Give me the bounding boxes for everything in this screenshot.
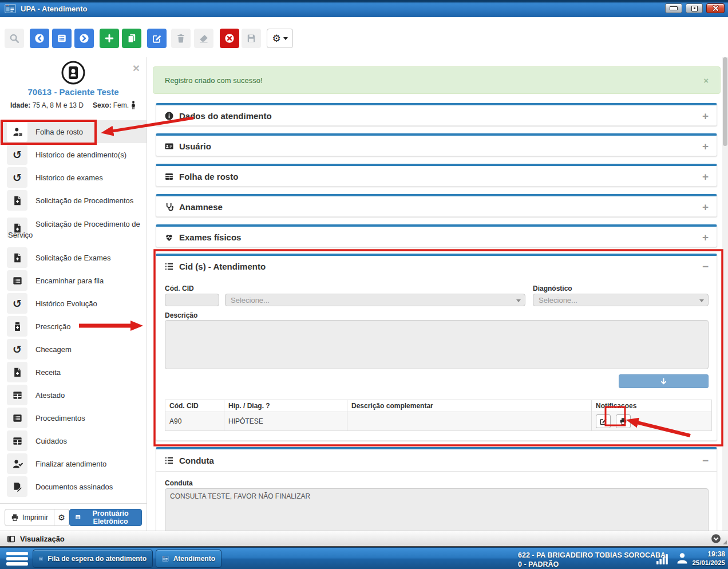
queue-list-button[interactable] xyxy=(52,29,72,48)
sidebar-item-folha-de-rosto[interactable]: Folha de rosto xyxy=(0,120,147,143)
expand-toggle[interactable]: + xyxy=(702,171,709,182)
search-button[interactable] xyxy=(5,29,24,48)
sidebar-item-encaminhar-fila[interactable]: Encaminhar para fila xyxy=(0,269,147,292)
add-cid-down-button[interactable] xyxy=(619,374,709,388)
expand-toggle[interactable]: + xyxy=(702,201,709,212)
scrollbar-thumb[interactable] xyxy=(723,57,727,146)
sidebar-item-historico-atendimentos[interactable]: Historico de atendimento(s) xyxy=(0,143,147,166)
history-icon xyxy=(7,339,27,359)
section-header[interactable]: Exames físicos + xyxy=(156,227,717,247)
unit-profile: 0 - PADRÃO xyxy=(518,560,666,569)
task-label: Fila de espera do atendimento xyxy=(48,555,147,563)
sidebar-item-solicitacao-exames[interactable]: Solicitação de Exames xyxy=(0,246,147,269)
person-badge-icon xyxy=(7,121,27,142)
printer-icon xyxy=(11,513,19,521)
nav-forward-button[interactable] xyxy=(74,29,94,48)
trash-icon xyxy=(176,33,186,44)
clear-button[interactable] xyxy=(194,29,213,48)
section-usuario: Usuário + xyxy=(156,133,717,156)
cell-cod-cid: A90 xyxy=(165,412,224,431)
arrow-left-circle-icon xyxy=(34,33,45,44)
edit-icon xyxy=(152,33,162,44)
sidebar-nav: Folha de rosto Historico de atendimento(… xyxy=(0,120,147,498)
section-header[interactable]: Anamnese + xyxy=(156,196,717,217)
app-window-icon xyxy=(162,554,169,564)
sidebar-settings-button[interactable] xyxy=(54,509,69,526)
sidebar-item-atestado[interactable]: Atestado xyxy=(0,384,147,406)
task-fila-de-espera[interactable]: Fila de espera do atendimento xyxy=(33,550,153,568)
expand-panel-button[interactable] xyxy=(711,534,721,544)
collapse-toggle[interactable]: − xyxy=(702,261,709,272)
main-content: Registro criado com sucesso! × Dados do … xyxy=(147,57,728,531)
section-header[interactable]: Dados do atendimento + xyxy=(156,105,717,126)
sidebar-close-button[interactable]: × xyxy=(133,62,140,74)
sidebar-item-solicitacao-procedimentos[interactable]: Solicitação de Procedimentos xyxy=(0,189,147,212)
nav-back-button[interactable] xyxy=(30,29,49,48)
info-icon xyxy=(164,111,174,121)
close-window-button[interactable] xyxy=(706,3,725,13)
menu-button[interactable] xyxy=(6,552,28,567)
restore-icon xyxy=(691,6,698,11)
person-check-icon xyxy=(7,453,27,474)
cancel-button[interactable] xyxy=(220,29,239,48)
section-header[interactable]: Usuário + xyxy=(156,136,717,156)
sidebar-item-historico-exames[interactable]: Historico de exames xyxy=(0,166,147,189)
down-arrow-icon xyxy=(659,377,668,386)
print-button[interactable]: Imprimir xyxy=(5,509,54,526)
user-icon[interactable] xyxy=(675,551,689,565)
edit-button[interactable] xyxy=(147,29,167,48)
file-plus-icon xyxy=(7,190,27,211)
section-header[interactable]: Conduta − xyxy=(156,449,717,472)
copy-icon xyxy=(126,33,137,44)
sidebar-item-label: Atestado xyxy=(35,391,65,400)
cod-cid-input[interactable] xyxy=(165,294,219,306)
row-edit-button[interactable] xyxy=(596,414,611,428)
expand-toggle[interactable]: + xyxy=(702,110,709,121)
section-title: Usuário xyxy=(179,141,211,151)
sidebar-item-documentos-assinados[interactable]: Documentos assinados xyxy=(0,475,147,498)
collapse-toggle[interactable]: − xyxy=(702,455,709,466)
vertical-scrollbar[interactable] xyxy=(722,57,728,531)
descricao-textarea[interactable] xyxy=(165,320,709,369)
title-bar: UPA - Atendimento xyxy=(0,0,728,17)
sidebar-item-label: Histórico Evolução xyxy=(35,299,97,308)
expand-toggle[interactable]: + xyxy=(702,232,709,243)
sidebar-item-finalizar-atendimento[interactable]: Finalizar atendimento xyxy=(0,452,147,475)
section-header[interactable]: Cid (s) - Atendimento − xyxy=(156,256,717,276)
save-button[interactable] xyxy=(242,29,261,48)
sidebar-item-cuidados[interactable]: Cuidados xyxy=(0,429,147,452)
clock: 19:38 25/01/2025 xyxy=(692,550,725,567)
delete-button[interactable] xyxy=(171,29,191,48)
sidebar-item-receita[interactable]: Receita xyxy=(0,361,147,384)
signal-icon xyxy=(656,552,670,565)
section-header[interactable]: Folha de rosto + xyxy=(156,166,717,187)
row-print-button[interactable] xyxy=(616,414,631,428)
printer-icon xyxy=(619,417,627,425)
diagnostico-select[interactable]: Selecione... xyxy=(533,294,709,306)
settings-gear-button[interactable] xyxy=(267,29,293,48)
heart-pulse-icon xyxy=(164,232,174,242)
caret-down-icon xyxy=(283,37,288,40)
cid-select[interactable]: Selecione... xyxy=(225,294,525,306)
sidebar-item-checagem[interactable]: Checagem xyxy=(0,338,147,361)
taskbar: Fila de espera do atendimento Atendiment… xyxy=(0,547,728,569)
window-title: UPA - Atendimento xyxy=(21,5,88,13)
minimize-button[interactable] xyxy=(665,3,682,13)
sidebar-item-prescricao[interactable]: Prescrição xyxy=(0,315,147,338)
copy-button[interactable] xyxy=(122,29,141,48)
section-conduta: Conduta − Conduta CONSULTA TESTE, FAVOR … xyxy=(156,447,717,531)
sidebar-item-label: Encaminhar para fila xyxy=(35,276,104,285)
prontuario-eletronico-button[interactable]: Prontuário Eletrônico xyxy=(69,509,142,526)
alert-close-button[interactable]: × xyxy=(703,76,709,85)
resize-grip[interactable] xyxy=(723,540,727,544)
restore-button[interactable] xyxy=(686,3,703,13)
add-button[interactable] xyxy=(100,29,119,48)
sidebar-item-solicitacao-procedimento-servico[interactable]: Solicitação de Procedimento de Serviço xyxy=(0,212,147,246)
sidebar-item-procedimentos[interactable]: Procedimentos xyxy=(0,406,147,429)
sidebar-item-historico-evolucao[interactable]: Histórico Evolução xyxy=(0,292,147,315)
descricao-label: Descrição xyxy=(165,311,197,319)
expand-toggle[interactable]: + xyxy=(702,141,709,152)
section-title: Dados do atendimento xyxy=(179,111,272,121)
conduta-textarea[interactable]: CONSULTA TESTE, FAVOR NÃO FINALIZAR xyxy=(165,488,709,531)
task-atendimento[interactable]: Atendimento xyxy=(156,550,221,568)
